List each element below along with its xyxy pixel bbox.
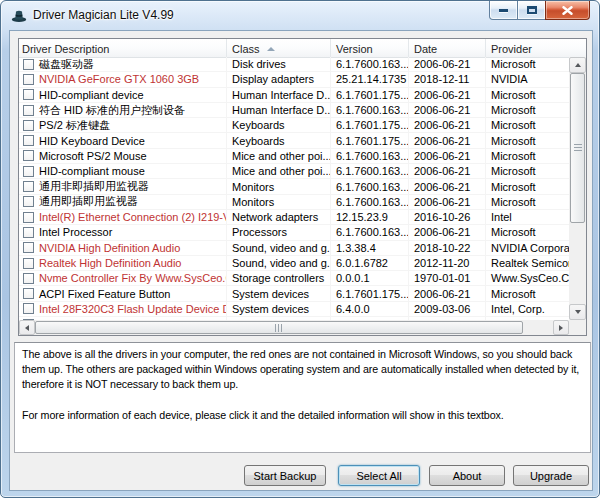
column-header-driver-description[interactable]: Driver Description	[19, 39, 227, 57]
table-row[interactable]: 通用非即插即用监视器 Monitors 6.1.7600.163... 2006…	[19, 179, 569, 194]
driver-version: 6.1.7601.175...	[331, 118, 409, 132]
driver-provider: Microsoft	[486, 118, 569, 132]
driver-provider: Microsoft	[486, 103, 569, 117]
row-checkbox[interactable]	[23, 74, 34, 85]
driver-description: NVIDIA High Definition Audio	[39, 242, 180, 254]
row-checkbox[interactable]	[23, 89, 34, 100]
driver-class: Monitors	[227, 195, 331, 209]
driver-provider: Intel	[486, 210, 569, 224]
driver-version: 6.1.7600.163...	[331, 225, 409, 239]
table-row[interactable]: Nvme Controller Fix By Www.SysCeo.Com St…	[19, 271, 569, 286]
scrollbar-corner	[569, 320, 586, 335]
driver-description: Realtek High Definition Audio	[39, 257, 181, 269]
driver-description: HID Keyboard Device	[39, 135, 145, 147]
driver-list: Driver Description Class Version Date Pr…	[18, 38, 587, 336]
table-row[interactable]: HID-compliant device Human Interface D..…	[19, 88, 569, 103]
row-checkbox[interactable]	[23, 258, 34, 269]
vertical-scroll-thumb[interactable]	[570, 73, 585, 223]
about-button[interactable]: About	[429, 465, 505, 486]
info-textbox[interactable]: The above is all the drivers in your com…	[14, 342, 591, 453]
row-checkbox[interactable]	[23, 166, 34, 177]
driver-date: 2006-06-21	[409, 103, 486, 117]
arrow-left-icon	[25, 325, 29, 331]
driver-description: NVIDIA GeForce GTX 1060 3GB	[39, 73, 199, 85]
row-checkbox[interactable]	[23, 150, 34, 161]
row-checkbox[interactable]	[23, 273, 34, 284]
window-title: Driver Magician Lite V4.99	[33, 8, 174, 22]
minimize-button[interactable]	[489, 1, 518, 20]
column-header-version[interactable]: Version	[331, 39, 409, 57]
close-button[interactable]	[545, 1, 590, 20]
table-row[interactable]: HID Keyboard Device Keyboards 6.1.7601.1…	[19, 133, 569, 148]
table-row[interactable]: Intel(R) Ethernet Connection (2) I219-V …	[19, 210, 569, 225]
driver-class: Network adapters	[227, 210, 331, 224]
table-row[interactable]: ACPI Fixed Feature Button System devices…	[19, 286, 569, 301]
vertical-scrollbar[interactable]	[569, 57, 586, 320]
table-row[interactable]: NVIDIA GeForce GTX 1060 3GB Display adap…	[19, 72, 569, 87]
arrow-up-icon	[575, 63, 581, 67]
driver-description: PS/2 标准键盘	[39, 118, 110, 132]
driver-class: Human Interface D...	[227, 103, 331, 117]
driver-provider: Microsoft	[486, 149, 569, 163]
driver-provider: Microsoft	[486, 195, 569, 209]
driver-provider: Microsoft	[486, 88, 569, 102]
driver-version: 6.1.7600.163...	[331, 57, 409, 71]
driver-date: 2006-06-21	[409, 149, 486, 163]
paragraph-gap	[22, 393, 583, 408]
upgrade-button[interactable]: Upgrade	[513, 465, 589, 486]
select-all-button[interactable]: Select All	[338, 465, 420, 486]
row-checkbox[interactable]	[23, 303, 34, 314]
scroll-down-button[interactable]	[569, 304, 586, 320]
row-checkbox[interactable]	[23, 242, 34, 253]
driver-date: 2016-10-26	[409, 210, 486, 224]
driver-description: Intel(R) Ethernet Connection (2) I219-V	[39, 211, 227, 223]
table-row[interactable]: HID-compliant mouse Mice and other poi..…	[19, 164, 569, 179]
table-row[interactable]: 符合 HID 标准的用户控制设备 Human Interface D... 6.…	[19, 103, 569, 118]
maximize-button[interactable]	[517, 1, 546, 20]
row-checkbox[interactable]	[23, 212, 34, 223]
table-row[interactable]: Intel Processor Processors 6.1.7600.163.…	[19, 225, 569, 240]
row-checkbox[interactable]	[23, 227, 34, 238]
app-window: Driver Magician Lite V4.99 Driver Descri…	[0, 0, 600, 498]
row-checkbox[interactable]	[23, 288, 34, 299]
driver-description: HID-compliant device	[39, 89, 144, 101]
table-row[interactable]: 通用即插即用监视器 Monitors 6.1.7600.163... 2006-…	[19, 195, 569, 210]
table-row[interactable]: Microsoft PS/2 Mouse Mice and other poi.…	[19, 149, 569, 164]
driver-provider: Microsoft	[486, 225, 569, 239]
title-bar[interactable]: Driver Magician Lite V4.99	[1, 1, 599, 30]
scroll-right-button[interactable]	[553, 320, 569, 335]
column-header-class[interactable]: Class	[227, 39, 331, 57]
driver-description: 通用即插即用监视器	[39, 195, 138, 209]
driver-version: 6.1.7600.163...	[331, 195, 409, 209]
scroll-up-button[interactable]	[569, 57, 586, 73]
row-checkbox[interactable]	[23, 105, 34, 116]
driver-date: 2006-06-21	[409, 195, 486, 209]
column-header-provider[interactable]: Provider	[486, 39, 569, 57]
driver-class: System devices	[227, 286, 331, 300]
column-header-date[interactable]: Date	[409, 39, 486, 57]
horizontal-scroll-thumb[interactable]	[35, 321, 523, 334]
driver-provider: NVIDIA	[486, 72, 569, 86]
row-checkbox[interactable]	[23, 196, 34, 207]
driver-date: 2006-06-21	[409, 225, 486, 239]
driver-version: 12.15.23.9	[331, 210, 409, 224]
table-row[interactable]: NVIDIA High Definition Audio Sound, vide…	[19, 241, 569, 256]
driver-description: Intel 28F320C3 Flash Update Device Driv.…	[39, 303, 227, 315]
horizontal-scrollbar[interactable]	[19, 320, 569, 335]
table-row[interactable]: PS/2 标准键盘 Keyboards 6.1.7601.175... 2006…	[19, 118, 569, 133]
table-row[interactable]: Realtek High Definition Audio Sound, vid…	[19, 256, 569, 271]
table-row[interactable]: Intel 28F320C3 Flash Update Device Driv.…	[19, 302, 569, 317]
table-body: 磁盘驱动器 Disk drives 6.1.7600.163... 2006-0…	[19, 57, 569, 320]
arrow-down-icon	[575, 310, 581, 314]
driver-version: 6.1.7600.163...	[331, 164, 409, 178]
row-checkbox[interactable]	[23, 135, 34, 146]
row-checkbox[interactable]	[23, 181, 34, 192]
row-checkbox[interactable]	[23, 120, 34, 131]
row-checkbox[interactable]	[23, 59, 34, 70]
table-row[interactable]: 磁盘驱动器 Disk drives 6.1.7600.163... 2006-0…	[19, 57, 569, 72]
driver-date: 2018-12-11	[409, 72, 486, 86]
driver-version: 6.1.7601.175...	[331, 88, 409, 102]
scroll-left-button[interactable]	[19, 320, 35, 335]
start-backup-button[interactable]: Start Backup	[244, 465, 326, 486]
driver-provider: Intel, Corp.	[486, 302, 569, 316]
